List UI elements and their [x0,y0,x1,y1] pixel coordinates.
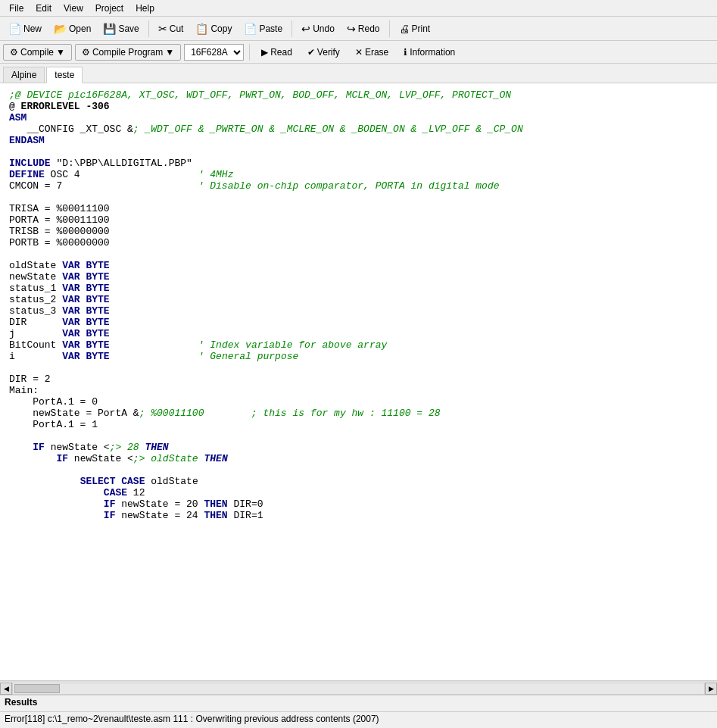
print-label: Print [412,23,431,34]
open-label: Open [69,23,91,34]
save-label: Save [118,23,139,34]
sep4 [249,44,250,61]
erase-label: Erase [365,47,388,58]
copy-label: Copy [210,23,232,34]
compile-toolbar: ⚙ Compile ▼ ⚙ Compile Program ▼ 16F628A … [0,41,717,64]
compile-dropdown-arrow: ▼ [56,47,65,58]
status-bar: Error[118] c:\1_remo~2\renault\teste.asm… [0,711,717,728]
redo-label: Redo [358,23,380,34]
read-icon: ▶ [261,47,268,58]
print-button[interactable]: 🖨 Print [394,20,436,38]
compile-program-label: Compile Program [92,47,163,58]
tab-alpine[interactable]: Alpine [3,67,45,83]
sep1 [148,20,149,37]
redo-button[interactable]: ↪ Redo [341,20,385,38]
erase-icon: ✕ [355,47,363,58]
read-label: Read [270,47,292,58]
menu-project[interactable]: Project [89,2,129,15]
tab-bar: Alpine teste [0,64,717,83]
undo-label: Undo [313,23,335,34]
cut-icon: ✂ [158,23,167,35]
new-label: New [23,23,42,34]
cut-button[interactable]: ✂ Cut [153,20,189,38]
compile-program-icon: ⚙ [82,47,90,58]
paste-button[interactable]: 📄 Paste [238,20,288,38]
scroll-left[interactable]: ◀ [0,683,12,695]
sep3 [389,20,390,37]
verify-button[interactable]: ✔ Verify [301,45,346,60]
open-button[interactable]: 📂 Open [48,20,96,38]
scrollbar-thumb[interactable] [14,684,60,693]
toolbar: 📄 New 📂 Open 💾 Save ✂ Cut 📋 Copy 📄 Paste… [0,17,717,41]
verify-label: Verify [317,47,340,58]
menu-file[interactable]: File [3,2,30,15]
sep2 [291,20,292,37]
paste-label: Paste [259,23,282,34]
copy-icon: 📋 [195,23,208,35]
compile-button[interactable]: ⚙ Compile ▼ [3,44,72,61]
menu-help[interactable]: Help [129,2,161,15]
verify-icon: ✔ [307,47,315,58]
read-button[interactable]: ▶ Read [255,45,298,60]
tab-teste[interactable]: teste [46,67,83,83]
status-text: Error[118] c:\1_remo~2\renault\teste.asm… [5,714,379,724]
new-button[interactable]: 📄 New [3,20,47,38]
new-icon: 📄 [8,23,21,35]
results-bar: Results [0,695,717,711]
redo-icon: ↪ [347,23,356,35]
menu-bar: File Edit View Project Help [0,0,717,17]
code-editor[interactable]: ;@ DEVICE pic16F628A, XT_OSC, WDT_OFF, P… [0,83,717,681]
scrollbar-track[interactable] [12,683,705,695]
compile-label: Compile [20,47,54,58]
save-button[interactable]: 💾 Save [98,20,144,38]
menu-view[interactable]: View [58,2,89,15]
erase-button[interactable]: ✕ Erase [349,45,394,60]
undo-button[interactable]: ↩ Undo [296,20,340,38]
scroll-right[interactable]: ▶ [705,683,717,695]
print-icon: 🖨 [399,23,410,35]
undo-icon: ↩ [301,23,310,35]
compile-program-arrow: ▼ [165,47,174,58]
information-button[interactable]: ℹ Information [397,45,461,60]
results-label: Results [5,697,37,708]
compile-icon: ⚙ [10,47,18,58]
horizontal-scrollbar[interactable]: ◀ ▶ [0,681,717,695]
copy-button[interactable]: 📋 Copy [190,20,237,38]
save-icon: 💾 [103,23,116,35]
device-select[interactable]: 16F628A 16F877A [184,44,244,61]
paste-icon: 📄 [244,23,257,35]
compile-program-button[interactable]: ⚙ Compile Program ▼ [75,44,181,61]
information-icon: ℹ [404,47,407,58]
open-icon: 📂 [54,23,67,35]
information-label: Information [410,47,455,58]
cut-label: Cut [170,23,184,34]
menu-edit[interactable]: Edit [30,2,58,15]
